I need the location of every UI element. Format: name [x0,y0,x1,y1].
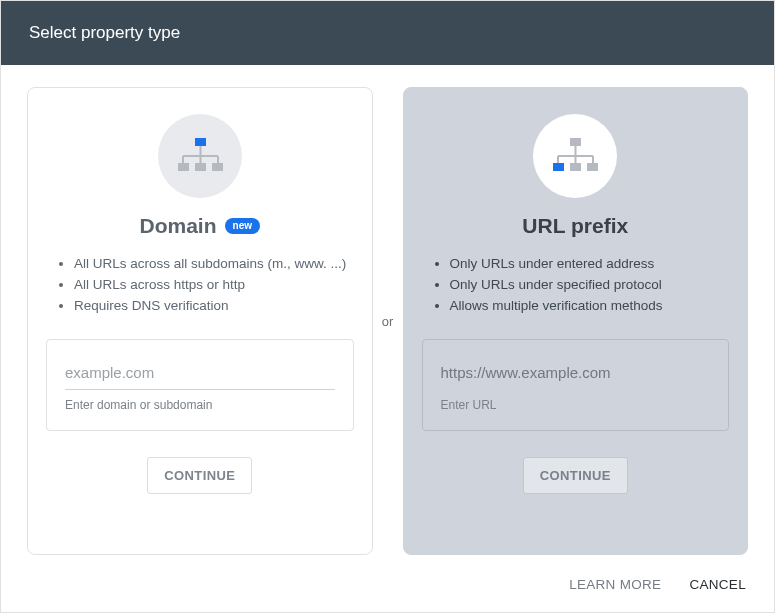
list-item: Allows multiple verification methods [450,296,730,317]
list-item: Only URLs under entered address [450,254,730,275]
svg-rect-15 [553,163,564,171]
svg-rect-6 [178,163,189,171]
list-item: Only URLs under specified protocol [450,275,730,296]
property-type-dialog: Select property type Domain [0,0,775,613]
card-domain[interactable]: Domain new All URLs across all subdomain… [27,87,373,555]
cancel-button[interactable]: CANCEL [689,577,746,592]
or-separator: or [373,87,403,555]
card-domain-title-row: Domain new [140,214,260,238]
domain-helper-text: Enter domain or subdomain [65,398,335,412]
domain-continue-button[interactable]: CONTINUE [147,457,252,494]
list-item: All URLs across https or http [74,275,354,296]
card-urlprefix-title: URL prefix [522,214,628,238]
svg-rect-7 [195,163,206,171]
new-badge: new [225,218,260,234]
urlprefix-continue-button[interactable]: CONTINUE [523,457,628,494]
dialog-content: Domain new All URLs across all subdomain… [1,65,774,565]
svg-rect-16 [570,163,581,171]
dialog-footer: LEARN MORE CANCEL [1,565,774,612]
svg-rect-9 [570,138,581,146]
urlprefix-input-block: Enter URL [422,339,730,431]
domain-input[interactable] [65,358,335,390]
svg-rect-0 [195,138,206,146]
url-input[interactable] [441,358,711,390]
urlprefix-feature-list: Only URLs under entered address Only URL… [422,254,730,317]
list-item: All URLs across all subdomains (m., www.… [74,254,354,275]
card-domain-title: Domain [140,214,217,238]
svg-rect-8 [212,163,223,171]
urlprefix-helper-text: Enter URL [441,398,711,412]
dialog-title: Select property type [29,23,180,42]
learn-more-link[interactable]: LEARN MORE [569,577,661,592]
domain-feature-list: All URLs across all subdomains (m., www.… [46,254,354,317]
card-urlprefix-title-row: URL prefix [522,214,628,238]
list-item: Requires DNS verification [74,296,354,317]
svg-rect-17 [587,163,598,171]
card-url-prefix[interactable]: URL prefix Only URLs under entered addre… [403,87,749,555]
or-label: or [382,314,394,329]
sitemap-icon [533,114,617,198]
sitemap-icon [158,114,242,198]
domain-input-block: Enter domain or subdomain [46,339,354,431]
dialog-header: Select property type [1,1,774,65]
